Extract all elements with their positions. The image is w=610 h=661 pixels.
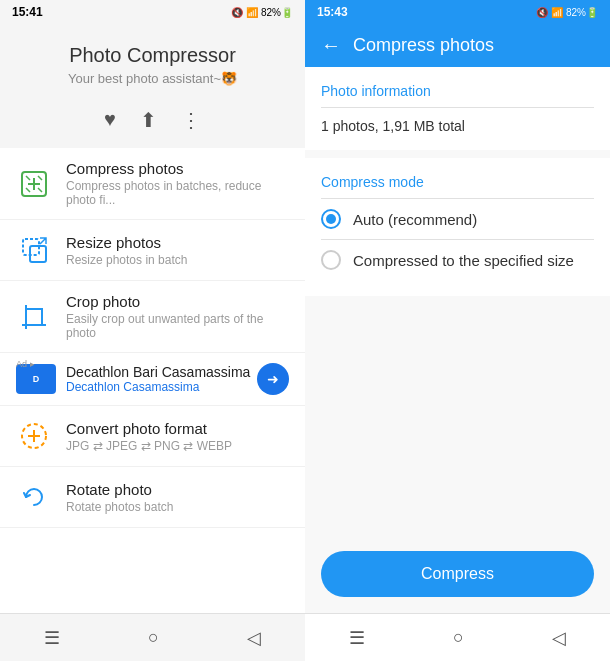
compress-mode-section: Compress mode Auto (recommend) Compresse… xyxy=(305,158,610,296)
action-icons: ♥ ⬆ ⋮ xyxy=(0,96,305,144)
rotate-title: Rotate photo xyxy=(66,481,289,498)
favorite-icon[interactable]: ♥ xyxy=(104,108,116,132)
photo-info-section: Photo information 1 photos, 1,91 MB tota… xyxy=(305,67,610,150)
compress-text: Compress photos Compress photos in batch… xyxy=(66,160,289,207)
nav-home-icon-right[interactable]: ○ xyxy=(453,627,464,648)
compress-title: Compress photos xyxy=(66,160,289,177)
ad-subtitle: Decathlon Casamassima xyxy=(66,380,257,394)
wifi-icon: 📶 xyxy=(246,7,258,18)
menu-item-crop[interactable]: Crop photo Easily crop out unwanted part… xyxy=(0,281,305,353)
crop-icon xyxy=(16,299,52,335)
rotate-text: Rotate photo Rotate photos batch xyxy=(66,481,289,514)
ad-banner[interactable]: Ad ▸ D Decathlon Bari Casamassima Decath… xyxy=(0,353,305,406)
rotate-icon xyxy=(16,479,52,515)
wifi-icon-right: 📶 xyxy=(551,7,563,18)
rotate-subtitle: Rotate photos batch xyxy=(66,500,289,514)
crop-subtitle: Easily crop out unwanted parts of the ph… xyxy=(66,312,289,340)
convert-title: Convert photo format xyxy=(66,420,289,437)
nav-bar-right: ☰ ○ ◁ xyxy=(305,613,610,661)
nav-back-icon-right[interactable]: ◁ xyxy=(552,627,566,649)
menu-item-rotate[interactable]: Rotate photo Rotate photos batch xyxy=(0,467,305,528)
radio-circle-specified xyxy=(321,250,341,270)
battery-icon-right: 82%🔋 xyxy=(566,7,598,18)
resize-subtitle: Resize photos in batch xyxy=(66,253,289,267)
status-time-right: 15:43 xyxy=(317,5,348,19)
convert-subtitle: JPG ⇄ JPEG ⇄ PNG ⇄ WEBP xyxy=(66,439,289,453)
ad-text: Decathlon Bari Casamassima Decathlon Cas… xyxy=(66,364,257,394)
app-title: Photo Compressor xyxy=(16,44,289,67)
status-icons-left: 🔇 📶 82%🔋 xyxy=(231,7,293,18)
svg-rect-5 xyxy=(26,309,42,325)
compress-icon xyxy=(16,166,52,202)
photo-info-text: 1 photos, 1,91 MB total xyxy=(321,118,594,134)
back-button[interactable]: ← xyxy=(321,34,341,57)
ad-arrow-icon[interactable]: ➜ xyxy=(257,363,289,395)
photo-info-title: Photo information xyxy=(321,83,594,99)
radio-label-auto: Auto (recommend) xyxy=(353,211,477,228)
convert-text: Convert photo format JPG ⇄ JPEG ⇄ PNG ⇄ … xyxy=(66,420,289,453)
crop-title: Crop photo xyxy=(66,293,289,310)
radio-label-specified: Compressed to the specified size xyxy=(353,252,574,269)
convert-icon xyxy=(16,418,52,454)
nav-bar-left: ☰ ○ ◁ xyxy=(0,613,305,661)
more-options-icon[interactable]: ⋮ xyxy=(181,108,201,132)
right-panel: 15:43 🔇 📶 82%🔋 ← Compress photos Photo i… xyxy=(305,0,610,661)
status-time-left: 15:41 xyxy=(12,5,43,19)
ad-label: Ad ▸ xyxy=(16,359,35,369)
ad-title: Decathlon Bari Casamassima xyxy=(66,364,257,380)
status-bar-right: 15:43 🔇 📶 82%🔋 xyxy=(305,0,610,24)
left-panel: 15:41 🔇 📶 82%🔋 Photo Compressor Your bes… xyxy=(0,0,305,661)
radio-circle-auto xyxy=(321,209,341,229)
battery-icon: 82%🔋 xyxy=(261,7,293,18)
menu-item-resize[interactable]: Resize photos Resize photos in batch xyxy=(0,220,305,281)
signal-icon-right: 🔇 xyxy=(536,7,548,18)
compress-subtitle: Compress photos in batches, reduce photo… xyxy=(66,179,289,207)
resize-text: Resize photos Resize photos in batch xyxy=(66,234,289,267)
nav-menu-icon-left[interactable]: ☰ xyxy=(44,627,60,649)
nav-back-icon-left[interactable]: ◁ xyxy=(247,627,261,649)
compress-button[interactable]: Compress xyxy=(321,551,594,597)
menu-item-compress[interactable]: Compress photos Compress photos in batch… xyxy=(0,148,305,220)
signal-icon: 🔇 xyxy=(231,7,243,18)
top-bar-title: Compress photos xyxy=(353,35,494,56)
menu-list: Compress photos Compress photos in batch… xyxy=(0,148,305,613)
nav-menu-icon-right[interactable]: ☰ xyxy=(349,627,365,649)
resize-icon xyxy=(16,232,52,268)
crop-text: Crop photo Easily crop out unwanted part… xyxy=(66,293,289,340)
nav-home-icon-left[interactable]: ○ xyxy=(148,627,159,648)
content-area: Photo information 1 photos, 1,91 MB tota… xyxy=(305,67,610,535)
compress-mode-title: Compress mode xyxy=(321,174,594,190)
compress-button-area: Compress xyxy=(305,535,610,613)
top-bar: ← Compress photos xyxy=(305,24,610,67)
app-subtitle: Your best photo assistant~🐯 xyxy=(16,71,289,86)
menu-item-convert[interactable]: Convert photo format JPG ⇄ JPEG ⇄ PNG ⇄ … xyxy=(0,406,305,467)
app-header: Photo Compressor Your best photo assista… xyxy=(0,24,305,96)
share-icon[interactable]: ⬆ xyxy=(140,108,157,132)
radio-option-specified[interactable]: Compressed to the specified size xyxy=(321,240,594,280)
resize-title: Resize photos xyxy=(66,234,289,251)
radio-inner-auto xyxy=(326,214,336,224)
status-bar-left: 15:41 🔇 📶 82%🔋 xyxy=(0,0,305,24)
radio-option-auto[interactable]: Auto (recommend) xyxy=(321,199,594,239)
status-icons-right: 🔇 📶 82%🔋 xyxy=(536,7,598,18)
